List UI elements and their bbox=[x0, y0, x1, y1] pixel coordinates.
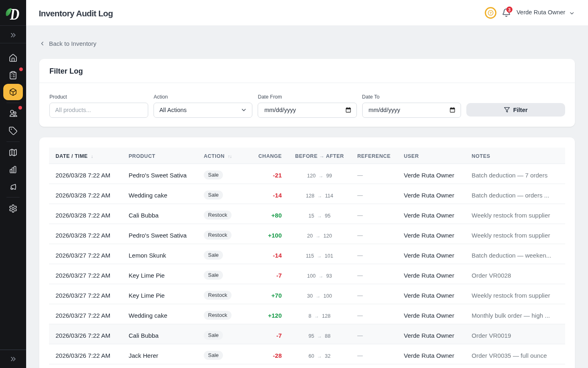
svg-text:?: ? bbox=[490, 11, 492, 15]
svg-text:D: D bbox=[10, 5, 20, 22]
